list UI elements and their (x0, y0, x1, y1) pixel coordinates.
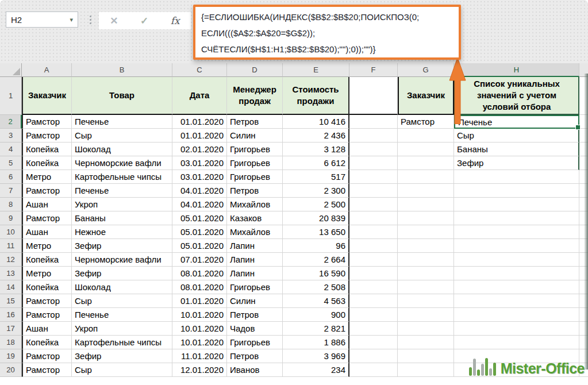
cell-B14[interactable]: Шоколад (72, 280, 172, 294)
cell-F12[interactable] (349, 253, 398, 267)
cell-B11[interactable]: Зефир (72, 239, 172, 253)
cancel-icon[interactable]: ✕ (110, 15, 118, 27)
cell-E10[interactable]: 13 650 (283, 225, 349, 239)
cell-B18[interactable]: Картофельные чипсы (72, 336, 172, 349)
cell-C11[interactable]: 05.01.2020 (172, 239, 227, 253)
cell-G1[interactable]: Заказчик (398, 77, 454, 115)
row-header-20[interactable]: 20 (0, 363, 22, 377)
cell-F17[interactable] (349, 322, 398, 336)
formula-input[interactable]: {=ЕСЛИОШИБКА(ИНДЕКС($B$2:$B$20;ПОИСКПОЗ(… (193, 5, 461, 60)
cell-D15[interactable]: Силин (227, 294, 283, 308)
cell-E1[interactable]: Стоимость продажи (283, 77, 349, 115)
cell-A13[interactable]: Метро (22, 267, 72, 280)
cell-F3[interactable] (349, 129, 398, 143)
cell-C8[interactable]: 04.01.2020 (172, 198, 227, 211)
cell-B19[interactable]: Зефир (72, 349, 172, 363)
column-header-B[interactable]: B (72, 63, 172, 77)
row-header-1[interactable]: 1 (0, 77, 22, 115)
cell-H8[interactable] (454, 198, 579, 211)
cell-H15[interactable] (454, 294, 579, 308)
cell-E14[interactable]: 2 508 (283, 280, 349, 294)
cell-B3[interactable]: Сыр (72, 129, 172, 143)
cell-C16[interactable]: 10.01.2020 (172, 308, 227, 322)
cell-D1[interactable]: Менеджер продаж (227, 77, 283, 115)
cell-B12[interactable]: Черноморские вафли (72, 253, 172, 267)
cell-D18[interactable]: Григорьев (227, 336, 283, 349)
cell-A2[interactable]: Рамстор (22, 115, 72, 129)
cell-D10[interactable]: Михайлов (227, 225, 283, 239)
cell-F11[interactable] (349, 239, 398, 253)
cell-F9[interactable] (349, 211, 398, 225)
cell-H16[interactable] (454, 308, 579, 322)
row-header-17[interactable]: 17 (0, 322, 22, 336)
cell-C15[interactable]: 01.01.2020 (172, 294, 227, 308)
cell-A3[interactable]: Рамстор (22, 129, 72, 143)
cell-D16[interactable]: Петров (227, 308, 283, 322)
cell-F13[interactable] (349, 267, 398, 280)
cell-G9[interactable] (398, 211, 454, 225)
cell-G13[interactable] (398, 267, 454, 280)
cell-C20[interactable]: 12.01.2020 (172, 363, 227, 377)
cell-C18[interactable]: 10.01.2020 (172, 336, 227, 349)
cell-G4[interactable] (398, 143, 454, 156)
cell-B16[interactable]: Печенье (72, 308, 172, 322)
cell-D13[interactable]: Лапин (227, 267, 283, 280)
cell-A9[interactable]: Рамстор (22, 211, 72, 225)
cell-C19[interactable]: 11.01.2020 (172, 349, 227, 363)
cell-C17[interactable]: 10.01.2020 (172, 322, 227, 336)
cell-E20[interactable]: 234 (283, 363, 349, 377)
cell-C2[interactable]: 01.01.2020 (172, 115, 227, 129)
row-header-2[interactable]: 2 (0, 115, 22, 129)
cell-H4[interactable]: Бананы (454, 143, 579, 156)
row-header-13[interactable]: 13 (0, 267, 22, 280)
cell-A11[interactable]: Метро (22, 239, 72, 253)
cell-D11[interactable]: Лапин (227, 239, 283, 253)
cell-E8[interactable]: 2 500 (283, 198, 349, 211)
cell-A10[interactable]: Ашан (22, 225, 72, 239)
row-header-9[interactable]: 9 (0, 211, 22, 225)
cell-G17[interactable] (398, 322, 454, 336)
cell-D7[interactable]: Петров (227, 184, 283, 198)
cell-B20[interactable]: Сыр (72, 363, 172, 377)
column-header-E[interactable]: E (283, 63, 349, 77)
cell-C10[interactable]: 05.01.2020 (172, 225, 227, 239)
chevron-down-icon[interactable]: ▾ (70, 16, 73, 24)
cell-C6[interactable]: 03.01.2020 (172, 170, 227, 184)
column-header-D[interactable]: D (227, 63, 283, 77)
cell-B2[interactable]: Печенье (72, 115, 172, 129)
cell-F7[interactable] (349, 184, 398, 198)
cell-C14[interactable]: 08.01.2020 (172, 280, 227, 294)
cell-E18[interactable]: 1 886 (283, 336, 349, 349)
cell-C7[interactable]: 04.01.2020 (172, 184, 227, 198)
cell-D17[interactable]: Чадов (227, 322, 283, 336)
cell-G14[interactable] (398, 280, 454, 294)
cell-C4[interactable]: 02.01.2020 (172, 143, 227, 156)
cell-E2[interactable]: 10 416 (283, 115, 349, 129)
cell-H9[interactable] (454, 211, 579, 225)
row-header-6[interactable]: 6 (0, 170, 22, 184)
cell-H6[interactable] (454, 170, 579, 184)
cell-G2[interactable]: Рамстор (398, 115, 454, 129)
cell-H7[interactable] (454, 184, 579, 198)
cell-F4[interactable] (349, 143, 398, 156)
cell-B5[interactable]: Черноморские вафли (72, 156, 172, 170)
cell-G3[interactable] (398, 129, 454, 143)
cell-B1[interactable]: Товар (72, 77, 172, 115)
cell-F8[interactable] (349, 198, 398, 211)
cell-A19[interactable]: Рамстор (22, 349, 72, 363)
cell-G11[interactable] (398, 239, 454, 253)
select-all-corner[interactable] (0, 63, 22, 77)
cell-H12[interactable] (454, 253, 579, 267)
cell-D19[interactable]: Петров (227, 349, 283, 363)
row-header-5[interactable]: 5 (0, 156, 22, 170)
row-header-11[interactable]: 11 (0, 239, 22, 253)
cell-A12[interactable]: Копейка (22, 253, 72, 267)
cell-H18[interactable] (454, 336, 579, 349)
cell-E3[interactable]: 2 436 (283, 129, 349, 143)
cell-D14[interactable]: Григорьев (227, 280, 283, 294)
cell-H1[interactable]: Список уникальных значений с учетом усло… (454, 77, 579, 115)
cell-G5[interactable] (398, 156, 454, 170)
cell-E4[interactable]: 3 128 (283, 143, 349, 156)
cell-D2[interactable]: Петров (227, 115, 283, 129)
cell-E16[interactable]: 900 (283, 308, 349, 322)
